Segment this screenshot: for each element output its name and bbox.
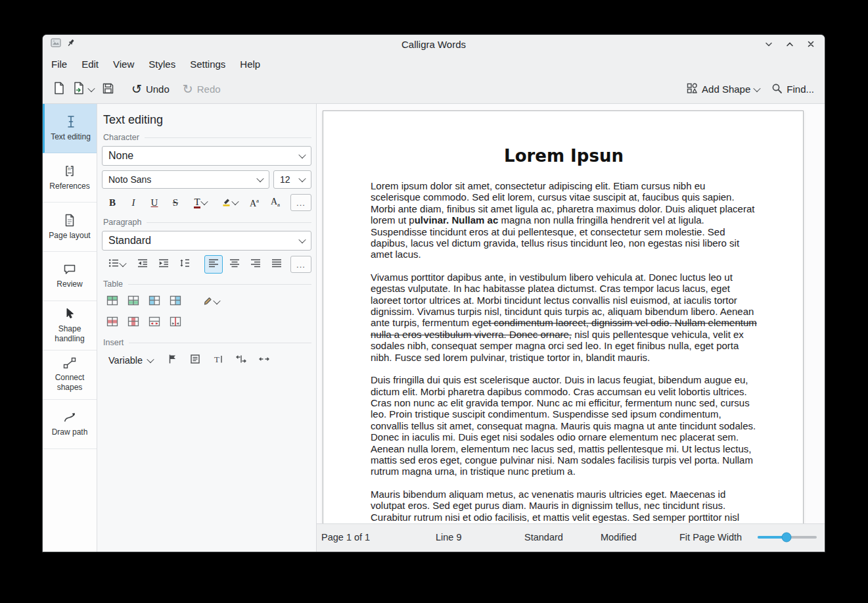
strikethrough-button[interactable]: S bbox=[166, 193, 185, 212]
document-column: Lorem Ipsun Lorem ipsum dolor sit amet, … bbox=[317, 104, 825, 552]
zoom-mode-button[interactable]: Fit Page Width bbox=[679, 532, 742, 543]
insert-section-button[interactable] bbox=[186, 351, 204, 370]
increase-indent-button[interactable] bbox=[154, 255, 173, 274]
insert-paragraph-between-sections-button[interactable] bbox=[255, 351, 273, 370]
menu-view[interactable]: View bbox=[106, 55, 141, 73]
line-spacing-icon bbox=[179, 258, 190, 270]
new-document-button[interactable] bbox=[49, 78, 69, 100]
document-paragraph[interactable]: Mauris bibendum aliquam metus, ac venena… bbox=[371, 489, 757, 523]
sidebar-tab-label: References bbox=[47, 181, 92, 191]
sidebar-tab-label: Page layout bbox=[46, 231, 93, 241]
add-shape-button[interactable]: Add Shape bbox=[683, 80, 764, 99]
insert-variable-dropdown[interactable]: Variable bbox=[103, 352, 158, 368]
align-left-button[interactable] bbox=[204, 255, 223, 274]
save-button[interactable] bbox=[98, 79, 118, 100]
menu-help[interactable]: Help bbox=[233, 55, 267, 73]
superscript-button[interactable]: Aa bbox=[245, 193, 263, 212]
character-style-combobox[interactable]: None bbox=[102, 146, 311, 166]
character-section-label: Character bbox=[103, 133, 139, 142]
sidebar-tab-draw-path[interactable]: Draw path bbox=[43, 400, 97, 449]
sidebar-tab-text-editing[interactable]: Text editing bbox=[43, 104, 97, 153]
italic-button[interactable]: I bbox=[124, 193, 143, 212]
sidebar-tab-page-layout[interactable]: Page layout bbox=[43, 203, 97, 252]
document-page[interactable]: Lorem Ipsun Lorem ipsum dolor sit amet, … bbox=[323, 110, 804, 523]
sidebar-tab-references[interactable]: n1 References bbox=[43, 153, 97, 203]
chevron-down-icon bbox=[298, 175, 306, 182]
zoom-slider-handle[interactable] bbox=[782, 533, 792, 543]
maximize-button[interactable] bbox=[784, 38, 796, 50]
undo-button[interactable]: ↺ Undo bbox=[127, 80, 173, 98]
insert-bookmark-button[interactable] bbox=[163, 351, 181, 370]
highlight-color-button[interactable] bbox=[216, 193, 242, 212]
delete-row-icon bbox=[106, 316, 118, 329]
text-cursor-icon bbox=[65, 115, 77, 128]
section-icon bbox=[190, 354, 200, 367]
split-sections-button[interactable] bbox=[232, 351, 250, 370]
document-paragraph[interactable]: Lorem ipsum dolor sit amet, consectetur … bbox=[371, 180, 757, 260]
decrease-indent-icon bbox=[137, 258, 148, 270]
insert-row-above-icon bbox=[106, 295, 118, 308]
menubar: File Edit View Styles Settings Help bbox=[43, 53, 825, 75]
character-more-button[interactable]: ... bbox=[290, 194, 311, 211]
chevron-down-icon bbox=[213, 297, 220, 304]
split-cells-button[interactable] bbox=[166, 314, 185, 332]
insert-column-left-button[interactable] bbox=[145, 293, 164, 311]
superscript-icon: Aa bbox=[250, 196, 259, 209]
merge-cells-icon bbox=[148, 316, 160, 329]
list-style-button[interactable] bbox=[103, 255, 131, 274]
paragraph-more-button[interactable]: ... bbox=[290, 256, 311, 273]
open-document-button[interactable] bbox=[69, 78, 98, 100]
delete-row-button[interactable] bbox=[103, 314, 122, 332]
decrease-indent-button[interactable] bbox=[133, 255, 152, 274]
align-left-icon bbox=[208, 258, 219, 270]
docker-tabstrip: Text editing n1 References Page layout R… bbox=[43, 104, 97, 552]
font-size-combobox[interactable]: 12 bbox=[273, 170, 311, 189]
document-paragraph[interactable]: Vivamus porttitor dapibus ante, in vesti… bbox=[371, 272, 757, 363]
undo-icon: ↺ bbox=[131, 84, 142, 95]
align-justify-button[interactable] bbox=[267, 255, 286, 274]
menu-edit[interactable]: Edit bbox=[74, 55, 106, 73]
align-center-button[interactable] bbox=[225, 255, 244, 274]
redo-button[interactable]: ↻ Redo bbox=[179, 80, 225, 98]
insert-row-above-button[interactable] bbox=[103, 293, 122, 311]
bold-button[interactable]: B bbox=[103, 193, 122, 212]
font-family-combobox[interactable]: Noto Sans bbox=[102, 170, 269, 189]
subscript-button[interactable]: Aa bbox=[266, 193, 285, 212]
document-body[interactable]: Lorem ipsum dolor sit amet, consectetur … bbox=[371, 180, 757, 523]
insert-column-right-button[interactable] bbox=[166, 293, 185, 311]
menu-file[interactable]: File bbox=[44, 55, 74, 73]
document-paragraph[interactable]: Duis fringilla dui quis est scelerisque … bbox=[371, 374, 757, 477]
save-icon bbox=[102, 82, 114, 97]
statusbar: Page 1 of 1 Line 9 Standard Modified Fit… bbox=[317, 523, 825, 552]
sidebar-tab-label: Review bbox=[54, 279, 85, 289]
merge-cells-button[interactable] bbox=[145, 314, 164, 332]
sidebar-tab-connect-shapes[interactable]: Connect shapes bbox=[43, 350, 97, 400]
table-row-2 bbox=[103, 314, 311, 332]
document-title[interactable]: Lorem Ipsun bbox=[371, 146, 757, 166]
table-section-label: Table bbox=[103, 279, 123, 289]
insert-row-below-button[interactable] bbox=[124, 293, 143, 311]
underline-button[interactable]: U bbox=[145, 193, 164, 212]
delete-column-button[interactable] bbox=[124, 314, 143, 332]
line-spacing-button[interactable] bbox=[175, 255, 194, 274]
minimize-button[interactable]: .st{stroke:#3b3e41;stroke-width:1.6;fill… bbox=[763, 38, 775, 50]
menu-settings[interactable]: Settings bbox=[183, 55, 233, 73]
sidebar-tab-review[interactable]: Review bbox=[43, 252, 97, 301]
zoom-slider[interactable] bbox=[758, 536, 817, 539]
font-color-button[interactable]: T bbox=[187, 193, 214, 212]
sidebar-tab-shape-handling[interactable]: Shape handling bbox=[43, 301, 97, 350]
align-right-button[interactable] bbox=[246, 255, 265, 274]
close-button[interactable] bbox=[805, 38, 817, 50]
svg-text:T: T bbox=[214, 354, 219, 364]
find-label: Find... bbox=[787, 84, 814, 95]
modified-indicator: Modified bbox=[601, 532, 637, 543]
menu-styles[interactable]: Styles bbox=[141, 55, 183, 73]
titlebar[interactable]: Calligra Words .st{stroke:#3b3e41;stroke… bbox=[43, 35, 825, 53]
paragraph-style-combobox[interactable]: Standard bbox=[102, 231, 311, 251]
undo-label: Undo bbox=[146, 84, 170, 95]
table-border-pen-button[interactable] bbox=[196, 293, 225, 311]
insert-text-button[interactable]: T bbox=[209, 351, 227, 370]
sidebar-tab-label: Connect shapes bbox=[43, 373, 97, 393]
find-button[interactable]: Find... bbox=[767, 80, 818, 99]
document-canvas[interactable]: Lorem Ipsun Lorem ipsum dolor sit amet, … bbox=[317, 104, 825, 523]
